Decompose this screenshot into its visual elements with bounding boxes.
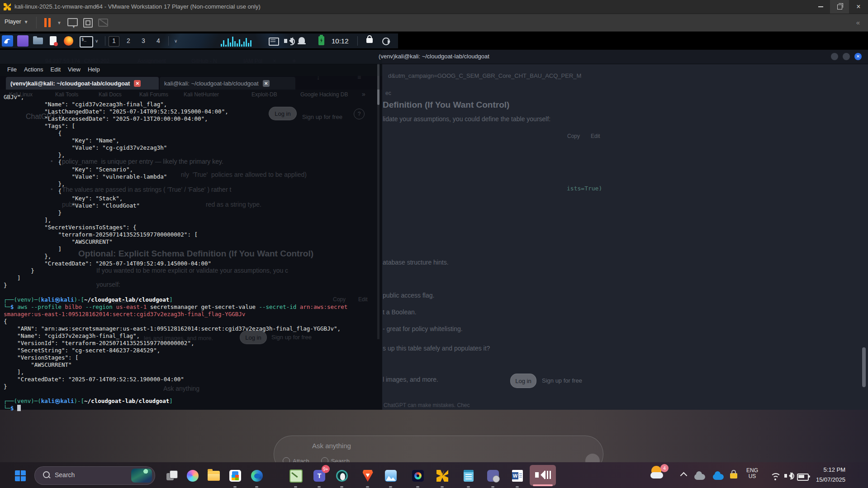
workspace-3[interactable]: 3 <box>138 36 148 46</box>
terminal-line: "Value": "CloudGoat" <box>4 202 859 209</box>
microsoft-store-button[interactable] <box>227 467 244 485</box>
terminal-menu-file[interactable]: File <box>7 66 17 73</box>
media-icon <box>412 470 424 482</box>
search-icon <box>43 471 50 478</box>
terminal-minimize-button[interactable] <box>831 53 838 60</box>
taskbar-search[interactable]: Search <box>34 466 155 485</box>
workspace-1[interactable]: 1 <box>109 36 119 47</box>
taskbar-clock[interactable]: 5:12 PM 15/07/2025 <box>816 465 845 485</box>
terminal-menu-view[interactable]: View <box>68 66 81 73</box>
notepad-button[interactable] <box>460 467 477 485</box>
lock-icon[interactable] <box>366 38 373 43</box>
search-mode-button[interactable]: Search <box>321 457 350 462</box>
pause-vm-button[interactable] <box>44 18 47 27</box>
teams-classic-button[interactable] <box>484 467 502 485</box>
workspace-2[interactable]: 2 <box>123 36 133 46</box>
panel-clock[interactable]: 10:12 <box>332 37 349 45</box>
file-manager-icon[interactable] <box>33 35 44 47</box>
running-indicator <box>441 486 444 488</box>
battery-icon[interactable] <box>318 36 324 45</box>
app-shortcut-icon[interactable] <box>17 35 28 47</box>
running-indicator <box>491 486 494 488</box>
start-button[interactable] <box>12 467 29 485</box>
onedrive-icon[interactable] <box>713 474 724 480</box>
terminal-line: "ARN": "arn:aws:secretsmanager:us-east-1… <box>4 325 859 332</box>
terminal-tab-active[interactable]: (venv)kali@kali: ~/cloudgoat-lab/cloudgo… <box>6 77 159 90</box>
terminal-line: └─$ <box>4 405 859 412</box>
terminal-line: "CreatedDate": "2025-07-14T09:52:49.1450… <box>4 260 859 267</box>
running-indicator <box>340 486 343 488</box>
terminal-scrollbar-thumb[interactable] <box>862 347 866 387</box>
terminal-launcher-icon[interactable]: $_ <box>80 36 93 47</box>
file-explorer-button[interactable] <box>205 467 222 485</box>
restore-button[interactable] <box>830 0 849 14</box>
explorer-icon <box>208 471 220 481</box>
terminal-content[interactable]: GBJv", "Name": "cgid37v2ezag3h-final_fla… <box>4 94 859 412</box>
terminal-line: "Key": "Stack", <box>4 195 859 202</box>
attach-button[interactable]: Attach <box>283 457 309 462</box>
kali-panel: $_ ∨ 1234 ∨ 10:12 <box>0 33 398 48</box>
running-indicator <box>255 486 258 488</box>
notification-bell-icon[interactable] <box>299 37 305 43</box>
terminal-close-button[interactable]: ✕ <box>854 53 862 60</box>
terminal-titlebar[interactable]: (venv)kali@kali: ~/cloudgoat-lab/cloudgo… <box>0 50 868 64</box>
player-menu-button[interactable]: Player▼ <box>5 18 28 25</box>
terminal-line: } <box>4 383 859 390</box>
terminal-tab-inactive[interactable]: kali@kali: ~/cloudgoat-lab/cloudgoat ✕ <box>160 77 295 90</box>
terminal-line: ] <box>4 275 859 282</box>
fullscreen-button[interactable] <box>83 18 93 28</box>
terminal-line: }, <box>4 180 859 188</box>
logout-icon[interactable] <box>382 38 390 45</box>
word-button[interactable] <box>509 467 526 485</box>
brave-button[interactable] <box>359 467 376 485</box>
workspace-4[interactable]: 4 <box>153 36 163 46</box>
close-button[interactable]: × <box>849 0 868 14</box>
terminal-line: "Key": "Name", <box>4 137 859 144</box>
battery-icon[interactable] <box>797 474 809 481</box>
chevron-down-icon[interactable]: ∨ <box>174 38 177 43</box>
language-indicator[interactable]: ENGUS <box>746 468 758 479</box>
teams-button[interactable]: T9+ <box>311 467 328 485</box>
notepad-plus-plus-button[interactable] <box>287 467 304 485</box>
volume-mixer-button-active[interactable] <box>530 465 556 486</box>
terminal-tabbar: (venv)kali@kali: ~/cloudgoat-lab/cloudgo… <box>0 76 382 90</box>
task-view-button[interactable] <box>163 467 180 485</box>
vm-screen: $_ ∨ 1234 ∨ 10:12 94.237.59.174CNS2-202A… <box>0 32 868 462</box>
text-editor-icon[interactable] <box>48 35 59 47</box>
terminal-maximize-button[interactable] <box>843 53 850 60</box>
edge-button[interactable] <box>248 467 266 485</box>
pause-dropdown-icon[interactable]: ▼ <box>57 20 62 25</box>
copilot-button[interactable] <box>184 467 201 485</box>
security-lock-icon[interactable] <box>730 473 737 479</box>
dbeaver-button[interactable] <box>333 467 351 485</box>
terminal-line: { <box>4 188 859 195</box>
terminal-menu-help[interactable]: Help <box>88 66 100 73</box>
kali-menu-button[interactable] <box>2 35 13 47</box>
search-icon <box>321 457 328 462</box>
toolbar-collapse-icon[interactable]: « <box>856 19 860 26</box>
terminal-line: ┌──(venv)─(kali㉿kali)-[~/cloudgoat-lab/c… <box>4 296 859 303</box>
minimize-button[interactable] <box>811 0 830 14</box>
chevron-down-icon[interactable]: ∨ <box>95 38 98 43</box>
photos-button[interactable] <box>382 467 399 485</box>
speaker-icon[interactable] <box>284 39 287 43</box>
onedrive-paused-icon[interactable] <box>694 474 705 480</box>
clock-date: 15/07/2025 <box>816 475 845 485</box>
tab-label: kali@kali: ~/cloudgoat-lab/cloudgoat <box>164 80 259 87</box>
volume-icon[interactable] <box>784 474 787 478</box>
terminal-menu-actions[interactable]: Actions <box>24 66 43 73</box>
vmware-logo-icon <box>4 3 11 10</box>
weather-widget[interactable]: 4 <box>650 466 667 482</box>
display-icon[interactable] <box>269 38 279 46</box>
tab-close-icon[interactable]: ✕ <box>263 80 270 87</box>
firefox-icon[interactable] <box>63 35 75 47</box>
terminal-menu-edit[interactable]: Edit <box>51 66 61 73</box>
media-player-button[interactable] <box>409 467 427 485</box>
store-icon <box>229 470 241 482</box>
pause-vm-button[interactable] <box>48 18 51 27</box>
terminal-line: "Key": "Scenario", <box>4 166 859 173</box>
tab-close-icon[interactable]: ✕ <box>134 80 141 87</box>
notepad-icon <box>464 470 474 482</box>
vmware-workstation-button[interactable] <box>434 467 451 485</box>
start-icon <box>15 470 26 481</box>
